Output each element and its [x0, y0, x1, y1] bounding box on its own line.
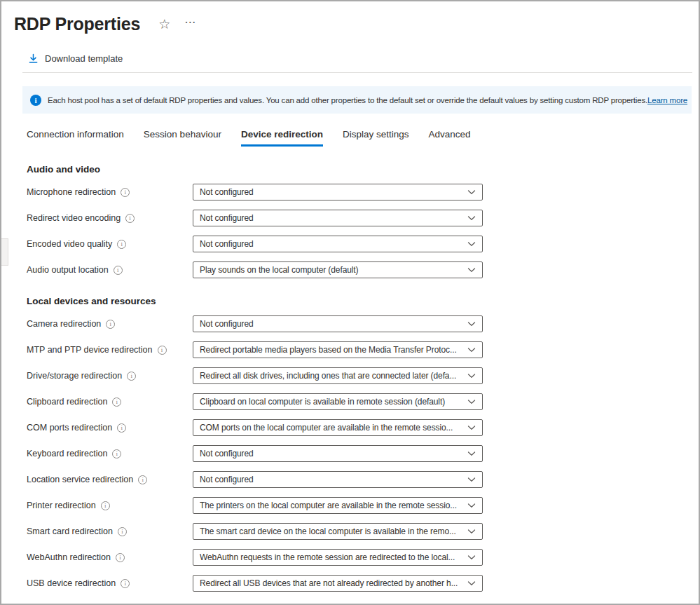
field-label: MTP and PTP device redirection	[27, 345, 153, 355]
info-circle-icon[interactable]: i	[116, 553, 125, 562]
field-row-webauthn-redirection: WebAuthn redirection i WebAuthn requests…	[27, 549, 699, 566]
field-row-audio-output-location: Audio output location i Play sounds on t…	[27, 261, 699, 278]
field-label-wrap: COM ports redirection i	[27, 423, 193, 433]
info-banner: i Each host pool has a set of default RD…	[22, 86, 692, 114]
chevron-down-icon	[467, 214, 476, 222]
field-row-usb-device-redirection: USB device redirection i Redirect all US…	[27, 575, 699, 592]
dropdown-printer-redirection[interactable]: The printers on the local computer are a…	[193, 497, 483, 514]
dropdown-camera-redirection[interactable]: Not configured	[193, 315, 483, 332]
field-label: Keyboard redirection	[27, 449, 107, 458]
info-circle-icon[interactable]: i	[117, 240, 126, 249]
tab-device-redirection[interactable]: Device redirection	[241, 129, 323, 147]
chevron-down-icon	[467, 553, 476, 562]
ellipsis-icon[interactable]: ⋯	[184, 17, 196, 32]
form-area: Audio and video Microphone redirection i…	[27, 164, 699, 592]
section-heading-audio-and-video: Audio and video	[27, 164, 699, 175]
field-row-camera-redirection: Camera redirection i Not configured	[27, 315, 699, 332]
dropdown-location-service-redirection[interactable]: Not configured	[193, 471, 483, 488]
field-label-wrap: Microphone redirection i	[27, 187, 193, 197]
chevron-down-icon	[467, 501, 476, 510]
field-label: Location service redirection	[27, 475, 133, 484]
field-label: COM ports redirection	[27, 423, 112, 433]
dropdown-value: Redirect all disk drives, including ones…	[200, 371, 456, 381]
tab-connection-information[interactable]: Connection information	[27, 129, 124, 147]
download-template-button[interactable]: Download template	[45, 53, 123, 64]
dropdown-smart-card-redirection[interactable]: The smart card device on the local compu…	[193, 523, 483, 540]
dropdown-mtp-and-ptp-device-redirection[interactable]: Redirect portable media players based on…	[193, 341, 483, 358]
left-pane-handle[interactable]	[1, 238, 8, 266]
dropdown-value: Not configured	[200, 239, 254, 249]
dropdown-value: The printers on the local computer are a…	[200, 501, 457, 510]
dropdown-redirect-video-encoding[interactable]: Not configured	[193, 210, 483, 226]
field-label-wrap: WebAuthn redirection i	[27, 552, 193, 562]
info-circle-icon[interactable]: i	[127, 372, 136, 381]
dropdown-drive-storage-redirection[interactable]: Redirect all disk drives, including ones…	[193, 367, 483, 384]
info-circle-icon[interactable]: i	[121, 579, 130, 588]
field-label-wrap: Location service redirection i	[27, 475, 193, 484]
chevron-down-icon	[467, 266, 476, 274]
dropdown-value: WebAuthn requests in the remote session …	[200, 552, 455, 562]
dropdown-com-ports-redirection[interactable]: COM ports on the local computer are avai…	[193, 419, 483, 436]
field-row-mtp-and-ptp-device-redirection: MTP and PTP device redirection i Redirec…	[27, 341, 699, 358]
field-label-wrap: Camera redirection i	[27, 319, 193, 329]
info-circle-icon[interactable]: i	[158, 346, 167, 355]
info-circle-icon[interactable]: i	[118, 527, 127, 536]
form-section: Audio and video Microphone redirection i…	[27, 164, 699, 278]
field-label: Camera redirection	[27, 319, 101, 329]
field-label-wrap: Drive/storage redirection i	[27, 371, 193, 381]
info-circle-icon[interactable]: i	[101, 501, 110, 510]
field-label-wrap: Keyboard redirection i	[27, 449, 193, 458]
field-label-wrap: Printer redirection i	[27, 501, 193, 510]
dropdown-value: Redirect all USB devices that are not al…	[200, 578, 458, 588]
info-circle-icon[interactable]: i	[112, 449, 121, 458]
chevron-down-icon	[467, 475, 476, 484]
field-label: Microphone redirection	[27, 187, 116, 197]
dropdown-value: Not configured	[200, 319, 254, 329]
info-circle-icon[interactable]: i	[106, 320, 115, 329]
dropdown-clipboard-redirection[interactable]: Clipboard on local computer is available…	[193, 393, 483, 410]
section-heading-local-devices-and-resources: Local devices and resources	[27, 296, 699, 306]
info-icon: i	[30, 95, 41, 106]
dropdown-value: Play sounds on the local computer (defau…	[200, 265, 359, 275]
field-label: Smart card redirection	[27, 526, 113, 536]
field-label-wrap: Audio output location i	[27, 265, 193, 275]
field-row-smart-card-redirection: Smart card redirection i The smart card …	[27, 523, 699, 540]
info-circle-icon[interactable]: i	[125, 214, 135, 223]
tab-display-settings[interactable]: Display settings	[343, 129, 409, 147]
dropdown-value: Not configured	[200, 213, 254, 223]
field-row-drive-storage-redirection: Drive/storage redirection i Redirect all…	[27, 367, 699, 384]
info-circle-icon[interactable]: i	[117, 423, 126, 433]
field-label: Audio output location	[27, 265, 109, 275]
info-circle-icon[interactable]: i	[112, 397, 121, 407]
section-rows: Microphone redirection i Not configured …	[27, 184, 699, 278]
dropdown-audio-output-location[interactable]: Play sounds on the local computer (defau…	[193, 261, 483, 278]
chevron-down-icon	[467, 527, 476, 536]
field-label: WebAuthn redirection	[27, 552, 111, 562]
chevron-down-icon	[467, 346, 476, 354]
tab-advanced[interactable]: Advanced	[429, 129, 471, 147]
field-label-wrap: USB device redirection i	[27, 578, 193, 588]
field-row-encoded-video-quality: Encoded video quality i Not configured	[27, 236, 699, 252]
dropdown-usb-device-redirection[interactable]: Redirect all USB devices that are not al…	[193, 575, 483, 592]
chevron-down-icon	[467, 449, 476, 458]
dropdown-value: Not configured	[200, 187, 254, 197]
info-circle-icon[interactable]: i	[114, 266, 123, 275]
info-circle-icon[interactable]: i	[121, 188, 130, 197]
field-label: Clipboard redirection	[27, 397, 107, 407]
dropdown-webauthn-redirection[interactable]: WebAuthn requests in the remote session …	[193, 549, 483, 566]
chevron-down-icon	[467, 320, 476, 328]
learn-more-link[interactable]: Learn more	[647, 96, 687, 104]
tab-bar: Connection informationSession behaviourD…	[27, 129, 699, 147]
field-label-wrap: Encoded video quality i	[27, 239, 193, 249]
dropdown-value: Not configured	[200, 475, 254, 484]
info-circle-icon[interactable]: i	[138, 475, 147, 484]
dropdown-value: Clipboard on local computer is available…	[200, 397, 445, 407]
page-header: RDP Properties ☆ ⋯	[1, 1, 699, 34]
tab-session-behaviour[interactable]: Session behaviour	[144, 129, 221, 147]
dropdown-keyboard-redirection[interactable]: Not configured	[193, 445, 483, 462]
dropdown-microphone-redirection[interactable]: Not configured	[193, 184, 483, 200]
chevron-down-icon	[467, 240, 476, 248]
field-row-keyboard-redirection: Keyboard redirection i Not configured	[27, 445, 699, 462]
star-icon[interactable]: ☆	[158, 18, 170, 31]
dropdown-encoded-video-quality[interactable]: Not configured	[193, 236, 483, 252]
